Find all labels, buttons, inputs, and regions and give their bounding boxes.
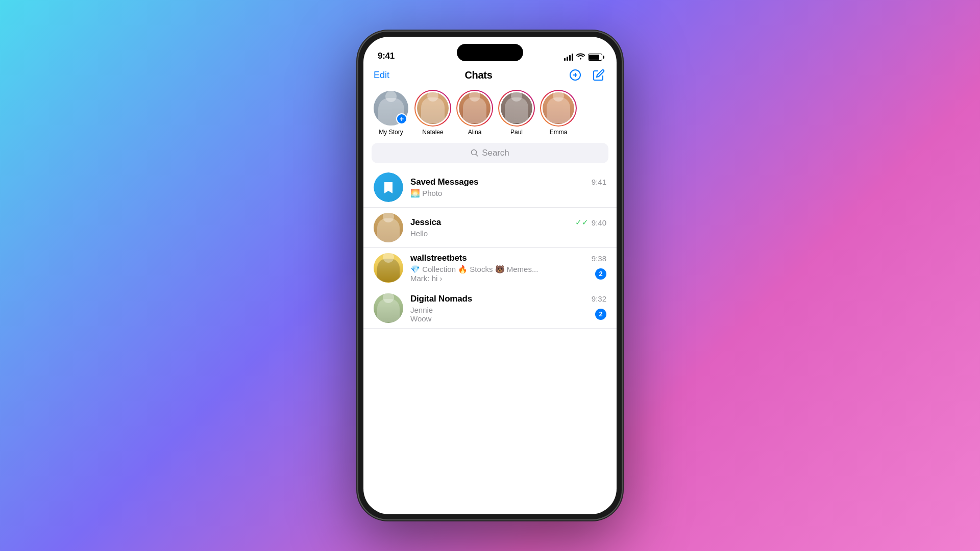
- saved-messages-avatar: [374, 172, 403, 202]
- phone-frame: 9:41: [357, 31, 623, 520]
- chat-preview-jessica: Hello: [410, 229, 428, 238]
- header: Edit Chats: [363, 65, 617, 88]
- chat-item-wallstreetbets[interactable]: wallstreetbets 9:38 💎 Collection 🔥 Stock…: [363, 248, 617, 288]
- avatar-alina: [459, 92, 491, 124]
- avatar-paul: [501, 92, 532, 124]
- svg-line-4: [476, 155, 478, 157]
- chat-list: Saved Messages 9:41 🌅 Photo Jessica: [363, 167, 617, 514]
- edit-button[interactable]: Edit: [374, 70, 389, 81]
- avatar-wallstreet-chat: [374, 253, 403, 283]
- stories-row: + My Story Natalee: [363, 88, 617, 143]
- chat-time-digital-nomads: 9:32: [592, 294, 606, 303]
- wifi-icon: [576, 53, 585, 61]
- add-story-button[interactable]: +: [396, 113, 407, 124]
- story-ring-natalee: [415, 91, 450, 126]
- unread-badge-wallstreetbets: 2: [595, 268, 606, 280]
- status-time: 9:41: [378, 51, 395, 61]
- search-icon: [471, 149, 479, 157]
- wallstreetbets-preview: 💎 Collection 🔥 Stocks 🐻 Memes... Mark: h…: [410, 265, 538, 283]
- story-label-natalee: Natalee: [422, 129, 443, 136]
- digital-nomads-preview: Jennie Woow: [410, 306, 433, 323]
- chat-time-jessica: 9:40: [592, 218, 606, 227]
- new-group-button[interactable]: [568, 67, 583, 83]
- chat-preview-saved-messages: 🌅 Photo: [410, 189, 442, 198]
- search-placeholder-text: Search: [482, 148, 509, 158]
- chat-preview-digital-2: Woow: [410, 314, 433, 323]
- story-item-alina[interactable]: Alina: [457, 91, 492, 136]
- chat-name-jessica: Jessica: [410, 217, 441, 228]
- signal-icon: [564, 54, 573, 61]
- story-ring-emma: [541, 91, 576, 126]
- story-ring-paul: [499, 91, 534, 126]
- story-label-my: My Story: [379, 129, 403, 136]
- compose-button[interactable]: [591, 67, 606, 83]
- wallstreetbets-content: wallstreetbets 9:38 💎 Collection 🔥 Stock…: [410, 253, 606, 283]
- chat-item-digital-nomads[interactable]: Digital Nomads 9:32 Jennie Woow 2: [363, 288, 617, 329]
- story-item-my[interactable]: + My Story: [374, 91, 408, 136]
- chat-name-saved-messages: Saved Messages: [410, 177, 478, 187]
- digital-nomads-content: Digital Nomads 9:32 Jennie Woow 2: [410, 294, 606, 323]
- story-ring-alina: [457, 91, 492, 126]
- header-actions: [568, 67, 606, 83]
- avatar-jessica-chat: [374, 213, 403, 242]
- phone-screen: 9:41: [363, 37, 617, 514]
- chat-preview-wallstreetbets-2: Mark: hi ›: [410, 274, 538, 283]
- chat-time-saved-messages: 9:41: [592, 178, 606, 186]
- chat-item-jessica[interactable]: Jessica ✓✓ 9:40 Hello: [363, 208, 617, 248]
- story-item-natalee[interactable]: Natalee: [415, 91, 450, 136]
- page-title: Chats: [464, 69, 492, 81]
- dynamic-island: [457, 44, 523, 61]
- chat-name-wallstreetbets: wallstreetbets: [410, 253, 467, 263]
- story-label-paul: Paul: [510, 129, 523, 136]
- avatar-digital-chat: [374, 293, 403, 323]
- chat-preview-wallstreetbets-1: 💎 Collection 🔥 Stocks 🐻 Memes...: [410, 265, 538, 274]
- saved-messages-content: Saved Messages 9:41 🌅 Photo: [410, 177, 606, 198]
- story-item-paul[interactable]: Paul: [499, 91, 534, 136]
- status-icons: [564, 53, 602, 61]
- story-label-alina: Alina: [468, 129, 482, 136]
- search-bar[interactable]: Search: [372, 143, 608, 163]
- chat-item-saved-messages[interactable]: Saved Messages 9:41 🌅 Photo: [363, 167, 617, 208]
- story-label-emma: Emma: [550, 129, 568, 136]
- unread-badge-digital-nomads: 2: [595, 309, 606, 320]
- read-checkmark: ✓✓: [575, 218, 589, 227]
- chat-name-digital-nomads: Digital Nomads: [410, 294, 472, 304]
- chat-time-wallstreetbets: 9:38: [592, 254, 606, 263]
- avatar-natalee: [417, 92, 449, 124]
- story-item-emma[interactable]: Emma: [541, 91, 576, 136]
- jessica-content: Jessica ✓✓ 9:40 Hello: [410, 217, 606, 238]
- avatar-emma: [543, 92, 574, 124]
- chat-preview-digital-1: Jennie: [410, 306, 433, 314]
- battery-icon: [588, 54, 602, 61]
